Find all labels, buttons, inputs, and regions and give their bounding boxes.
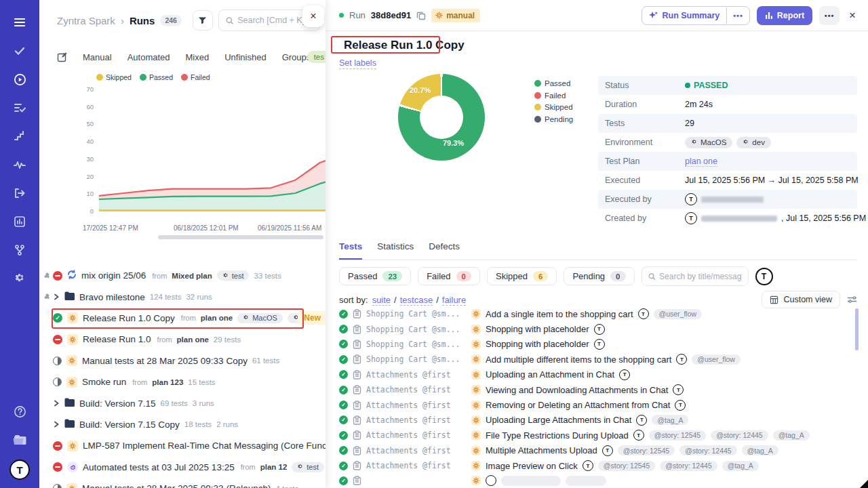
redacted-username: [701, 197, 764, 203]
integrations-icon[interactable]: [7, 237, 33, 263]
run-plan-link[interactable]: Mixed plan: [172, 272, 212, 280]
test-row[interactable]: ✓Attachments @firstImage Preview on Clic…: [339, 458, 859, 473]
manual-run-icon: [66, 355, 77, 366]
filter-failed-button[interactable]: Failed0: [418, 267, 480, 285]
runs-search-input[interactable]: [237, 16, 313, 25]
run-list-item[interactable]: Build: Version 7.15 Copy18 tests2 runs: [39, 414, 326, 435]
test-row[interactable]: ✓Shopping Cart @sm...Add multiple differ…: [339, 352, 859, 367]
test-row[interactable]: ✓Shopping Cart @sm...Shopping with place…: [339, 337, 859, 352]
run-plan-link[interactable]: plan one: [177, 336, 209, 344]
settings-icon[interactable]: [7, 266, 33, 291]
test-search-input[interactable]: [659, 272, 741, 281]
test-row[interactable]: ✓Attachments @firstRemoving or Deleting …: [339, 397, 859, 412]
breadcrumb-project[interactable]: Zyntra Spark: [57, 15, 115, 26]
runs-tab-mixed[interactable]: Mixed: [186, 52, 210, 62]
run-list-item[interactable]: Automated tests at 03 Jul 2025 13:25from…: [39, 457, 326, 478]
tab-tests[interactable]: Tests: [339, 241, 362, 260]
test-search[interactable]: [642, 266, 749, 286]
run-title: Smoke run: [82, 377, 126, 387]
run-list-item[interactable]: Bravo milestone124 tests32 runs: [39, 286, 326, 307]
run-summary-button[interactable]: Run Summary •••: [642, 6, 749, 25]
folder-icon: [64, 291, 75, 303]
detail-suffix: , Jul 15, 2025 5:56 PM: [781, 214, 866, 223]
set-labels-link[interactable]: Set labels: [339, 58, 376, 69]
tasks-icon[interactable]: [7, 38, 33, 64]
legend-item: Passed: [534, 79, 573, 87]
menu-icon[interactable]: [7, 9, 33, 35]
more-actions-button[interactable]: •••: [819, 6, 840, 25]
environment-badge: MacOS: [685, 137, 732, 148]
horizontal-scrollbar[interactable]: [158, 235, 323, 239]
x-axis-label: 06/18/2025 12:01 PM: [174, 224, 239, 232]
test-row[interactable]: ✓Attachments @firstFile Type Restriction…: [339, 428, 859, 443]
run-list-item[interactable]: Manual tests at 28 Mar 2025 09:33 Copy61…: [39, 350, 326, 371]
activity-icon[interactable]: [7, 152, 33, 178]
projects-icon[interactable]: [7, 427, 33, 453]
run-list-item[interactable]: Release Run 1.0fromplan one29 tests: [39, 329, 326, 350]
runs-tab-unfinished[interactable]: Unfinished: [224, 52, 266, 62]
tab-defects[interactable]: Defects: [429, 241, 460, 260]
run-list-item[interactable]: Smoke runfromplan 12315 tests: [39, 371, 326, 392]
report-button[interactable]: Report: [757, 6, 812, 25]
help-icon[interactable]: [7, 399, 33, 424]
run-plan-link[interactable]: plan one: [201, 314, 233, 322]
manual-run-icon: [471, 415, 481, 425]
test-row[interactable]: ✓Attachments @firstViewing and Downloadi…: [339, 382, 859, 397]
status-passed-icon: ✓: [339, 355, 348, 364]
runs-tab-automated[interactable]: Automated: [127, 52, 170, 62]
detail-label: Tests: [605, 119, 685, 128]
vertical-scrollbar[interactable]: [855, 308, 859, 350]
run-plan-link[interactable]: plan 123: [152, 378, 183, 386]
sort-by-suite[interactable]: suite: [372, 295, 391, 306]
runs-icon[interactable]: [7, 66, 33, 92]
test-row[interactable]: ✓Shopping Cart @sm...Shopping with place…: [339, 321, 859, 336]
tab-statistics[interactable]: Statistics: [377, 241, 414, 260]
tab-overflow-badge[interactable]: tes: [307, 51, 326, 63]
sort-by-failure[interactable]: failure: [442, 295, 466, 306]
status-passed-icon: ✓: [339, 415, 348, 424]
runs-tab-groups[interactable]: Groups: [282, 52, 311, 62]
run-plan-link[interactable]: plan 12: [260, 463, 288, 471]
run-list-item[interactable]: Build: Version 7.1569 tests3 runs: [39, 392, 326, 413]
sidebar: T: [0, 0, 39, 488]
bulk-select-icon[interactable]: [57, 52, 67, 62]
panel-close-button[interactable]: ×: [302, 5, 324, 27]
filter-passed-button[interactable]: Passed23: [339, 267, 411, 285]
milestones-icon[interactable]: [7, 123, 33, 149]
expand-chevron-icon[interactable]: [53, 400, 60, 407]
test-row[interactable]: ✓Attachments @firstUploading an Attachme…: [339, 367, 859, 382]
filter-button[interactable]: [193, 10, 213, 30]
test-row[interactable]: ✓: [339, 473, 859, 488]
run-list-item[interactable]: Manual tests at 28 Mar 2025 09:33 (Relau…: [39, 478, 326, 488]
filter-pending-button[interactable]: Pending0: [564, 267, 634, 285]
test-row[interactable]: ✓Attachments @firstMultiple Attachments …: [339, 443, 859, 458]
filter-skipped-button[interactable]: Skipped6: [487, 267, 557, 285]
svg-text:50: 50: [86, 120, 94, 127]
run-summary-more-button[interactable]: •••: [726, 7, 749, 24]
runs-tab-manual[interactable]: Manual: [83, 52, 112, 62]
requirements-icon[interactable]: [7, 180, 33, 206]
search-icon: [648, 272, 656, 281]
test-row[interactable]: ✓Shopping Cart @sm...Add a single item t…: [339, 306, 859, 321]
expand-chevron-icon[interactable]: [53, 421, 60, 428]
test-row[interactable]: ✓Attachments @firstUploading Large Attac…: [339, 413, 859, 428]
detail-close-button[interactable]: ×: [846, 9, 859, 22]
view-settings-icon[interactable]: [847, 295, 857, 304]
legend-label: Skipped: [545, 103, 573, 111]
test-cases-icon[interactable]: [7, 95, 33, 121]
assignee-avatar[interactable]: T: [755, 268, 773, 285]
test-tag: @story: 12545: [598, 461, 655, 471]
expand-chevron-icon[interactable]: [53, 293, 60, 300]
run-list-item[interactable]: mix origin 25/06fromMixed plantest33 tes…: [39, 265, 326, 286]
run-list-item[interactable]: LMP-587 Implement Real-Time Chat Messagi…: [39, 435, 326, 456]
legend-dot: [534, 80, 541, 87]
detail-tab-bar: TestsStatisticsDefects: [339, 241, 857, 260]
reports-icon[interactable]: [7, 209, 33, 235]
sort-by-testcase[interactable]: testcase: [400, 295, 433, 306]
test-plan-link[interactable]: plan one: [685, 157, 717, 167]
author-avatar: T: [636, 415, 647, 426]
detail-value: 29: [685, 119, 694, 128]
copy-icon[interactable]: [416, 11, 426, 20]
user-avatar[interactable]: T: [9, 460, 30, 480]
run-list-item[interactable]: ✓Release Run 1.0 Copyfromplan oneMacOSde…: [39, 308, 326, 329]
